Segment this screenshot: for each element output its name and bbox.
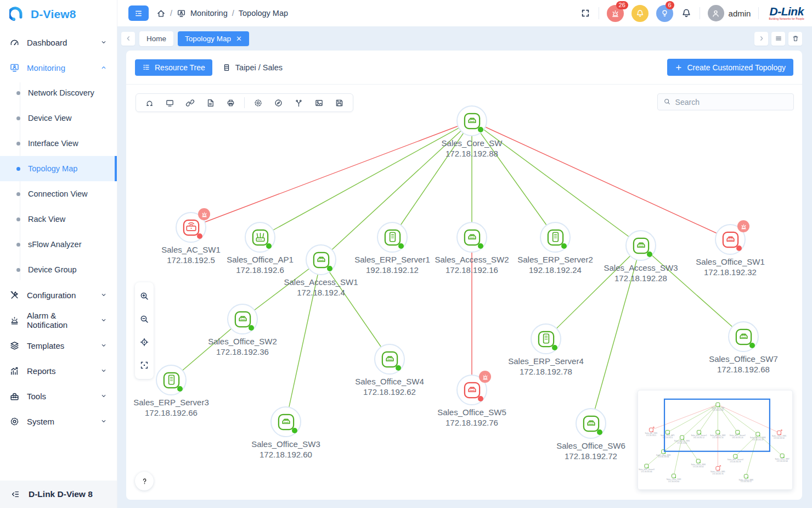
fit-view-button[interactable] — [135, 354, 154, 377]
sidebar-item-alarm-notification[interactable]: Alarm & Notification — [0, 308, 117, 333]
sidebar-item-device-view[interactable]: Device View — [0, 105, 117, 131]
sidebar-item-network-discovery[interactable]: Network Discovery — [0, 80, 117, 105]
topology-branch-icon[interactable] — [289, 95, 308, 110]
tabs-scroll-right-button[interactable] — [754, 32, 768, 46]
sidebar-item-sflow-analyzer[interactable]: sFlow Analyzer — [0, 232, 117, 257]
compass-icon[interactable] — [269, 95, 288, 110]
export-file-icon[interactable] — [201, 95, 220, 110]
link-icon[interactable] — [181, 95, 200, 110]
svg-text:172.18.192.32: 172.18.192.32 — [774, 437, 785, 439]
sidebar-footer[interactable]: D-Link D-View 8 — [0, 481, 117, 508]
user-menu[interactable]: admin — [708, 5, 751, 21]
status-dot — [478, 243, 483, 249]
device-label: Sales_Office_SW5172.18.192.76 — [437, 407, 506, 428]
sidebar-item-reports[interactable]: Reports — [0, 358, 117, 383]
close-tab-icon[interactable]: ✕ — [236, 35, 242, 43]
alarm-notification-icon — [9, 315, 20, 326]
alarm-summary-button[interactable]: 26 — [607, 5, 624, 22]
sidebar-item-rack-view[interactable]: Rack View — [0, 206, 117, 232]
notification-bell-button[interactable] — [631, 5, 649, 22]
alarm-badge-icon[interactable] — [737, 220, 749, 232]
topology-toolbar — [136, 93, 353, 112]
device-node-sales-office-sw6[interactable] — [576, 408, 606, 439]
alarm-badge-icon[interactable] — [198, 208, 210, 220]
device-node-sales-erp-server2[interactable] — [540, 222, 571, 253]
tab-topology-map[interactable]: Topology Map✕ — [178, 31, 249, 46]
device-node-sales-office-ap1[interactable] — [245, 222, 275, 253]
svg-text:172.18.192.60: 172.18.192.60 — [668, 481, 679, 483]
device-node-sales-office-sw3[interactable] — [270, 406, 301, 437]
status-dot — [249, 325, 254, 331]
image-export-icon[interactable] — [309, 95, 329, 110]
device-node-sales-erp-server4[interactable] — [531, 323, 561, 354]
tabs-scroll-left-button[interactable] — [121, 32, 135, 46]
device-node-sales-access-sw1[interactable] — [306, 244, 336, 275]
topology-canvas[interactable]: Sales_Core_SW172.18.192.88 Sales_AC_SW11… — [126, 85, 802, 500]
sidebar-item-tools[interactable]: Tools — [0, 383, 117, 409]
tips-count-badge: 6 — [666, 1, 674, 9]
sidebar-item-device-group[interactable]: Device Group — [0, 257, 117, 282]
dlink-logo: D-Link Building Networks for People — [766, 5, 804, 21]
device-node-sales-ac-sw1[interactable] — [176, 212, 206, 243]
sidebar-item-templates[interactable]: Templates — [0, 333, 117, 358]
tabs-close-all-button[interactable] — [788, 32, 802, 46]
sidebar-item-interface-view[interactable]: Interface View — [0, 131, 117, 156]
home-icon[interactable] — [156, 9, 166, 18]
bell-outline-icon[interactable] — [681, 8, 692, 19]
device-label: Sales_Office_SW6172.18.192.72 — [556, 440, 625, 461]
alarm-badge-icon[interactable] — [479, 371, 491, 383]
sidebar-item-topology-map[interactable]: Topology Map — [0, 156, 117, 181]
device-node-sales-office-sw5[interactable] — [456, 375, 487, 405]
locate-button[interactable] — [135, 331, 154, 354]
device-node-sales-office-sw1[interactable] — [715, 224, 746, 255]
tab-strip: Home Topology Map✕ — [117, 26, 812, 51]
display-icon[interactable] — [160, 95, 179, 110]
device-label: Sales_AC_SW1172.18.192.5 — [161, 244, 221, 265]
print-icon[interactable] — [221, 95, 240, 110]
tips-button[interactable]: 6 — [656, 5, 673, 22]
breadcrumb-monitoring[interactable]: Monitoring — [190, 9, 228, 18]
zoom-in-button[interactable] — [135, 284, 154, 308]
zoom-out-button[interactable] — [135, 308, 154, 331]
svg-text:172.18.192.76: 172.18.192.76 — [712, 473, 723, 475]
fullscreen-icon[interactable] — [580, 8, 591, 19]
sidebar-toggle-button[interactable] — [128, 5, 149, 21]
tab-home[interactable]: Home — [139, 31, 173, 46]
sidebar-item-configuration[interactable]: Configuration — [0, 282, 117, 308]
search-input[interactable] — [675, 98, 788, 107]
monitoring-icon — [9, 63, 20, 73]
save-icon[interactable] — [330, 95, 349, 110]
device-node-sales-office-sw7[interactable] — [728, 321, 759, 352]
settings-icon[interactable] — [249, 95, 268, 110]
search-icon — [663, 98, 671, 106]
sidebar-item-dashboard[interactable]: Dashboard — [0, 30, 117, 55]
bullet-icon — [16, 167, 20, 171]
status-dot — [266, 243, 272, 249]
device-label: Sales_Office_SW2172.18.192.36 — [208, 336, 277, 357]
minimap[interactable]: Sales_Core_SW172.18.192.88Sales_AC_SW117… — [638, 390, 793, 490]
rediscover-icon[interactable] — [140, 95, 159, 110]
device-node-sales-access-sw3[interactable] — [625, 230, 656, 261]
chevron-down-icon — [100, 291, 108, 299]
chevron-down-icon — [100, 316, 108, 324]
app-logo[interactable]: D-View8 — [0, 0, 117, 29]
svg-text:172.18.192.68: 172.18.192.68 — [777, 460, 788, 462]
sidebar-item-connection-view[interactable]: Connection View — [0, 181, 117, 206]
help-button[interactable] — [135, 472, 154, 490]
bullet-icon — [16, 192, 20, 196]
device-node-sales-erp-server1[interactable] — [377, 222, 408, 253]
device-node-sales-erp-server3[interactable] — [156, 365, 187, 395]
status-dot — [552, 345, 557, 350]
device-node-sales-office-sw4[interactable] — [374, 344, 405, 375]
sidebar-item-system[interactable]: System — [0, 409, 117, 434]
sidebar-item-monitoring[interactable]: Monitoring — [0, 55, 117, 80]
device-node-sales-office-sw2[interactable] — [227, 304, 258, 334]
device-label: Sales_Core_SW172.18.192.88 — [442, 138, 503, 159]
device-node-sales-access-sw2[interactable] — [456, 222, 487, 253]
status-dot — [736, 245, 742, 251]
breadcrumb: / Monitoring / Topology Map — [156, 9, 288, 18]
topology-panel: Resource Tree Taipei / Sales Create Cust… — [126, 51, 802, 500]
device-node-sales-core-sw[interactable] — [456, 105, 487, 136]
tabs-menu-button[interactable] — [771, 32, 785, 46]
svg-text:192.18.192.24: 192.18.192.24 — [732, 437, 743, 439]
